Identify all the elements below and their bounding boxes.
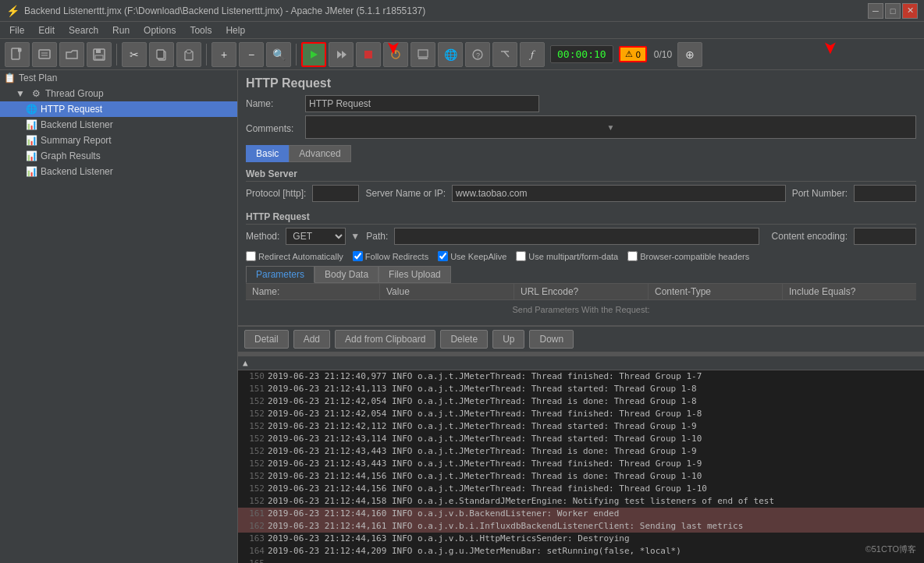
clear-button[interactable] (492, 42, 517, 67)
tree-item-backendlistener2[interactable]: 📊 Backend Listener (0, 164, 237, 179)
log-line-num: 152 (241, 495, 265, 508)
col-name: Name: (246, 284, 380, 299)
down-button[interactable]: Down (529, 330, 574, 349)
shutdown-button[interactable] (383, 42, 408, 67)
log-line-num: 152 (241, 445, 265, 458)
cb-multipart-label: Use multipart/form-data (528, 252, 618, 261)
menu-run[interactable]: Run (106, 23, 136, 37)
add-param-button[interactable]: Add (293, 330, 330, 349)
cb-keepalive[interactable]: Use KeepAlive (438, 251, 506, 261)
detail-button[interactable]: Detail (244, 330, 289, 349)
server-input[interactable] (452, 185, 786, 202)
cb-redirect-input[interactable] (246, 251, 256, 261)
log-line-text: 2019-06-23 21:12:44,156 INFO o.a.j.t.JMe… (268, 470, 702, 483)
send-params-label: Send Parameters With the Request: (246, 300, 916, 319)
log-line: 1642019-06-23 21:12:44,209 INFO o.a.j.g.… (238, 545, 924, 558)
delete-button[interactable]: Delete (440, 330, 488, 349)
add-clipboard-button[interactable]: Add from Clipboard (335, 330, 435, 349)
tree-item-threadgroup[interactable]: ▼ ⚙ Thread Group (0, 86, 237, 101)
toggle-log-button[interactable] (410, 42, 435, 67)
log-line-num: 152 (241, 408, 265, 420)
content-enc-label: Content encoding: (772, 231, 848, 242)
templates-button[interactable] (32, 42, 57, 67)
function-helper-button[interactable]: 𝑓 (520, 42, 545, 67)
log-header: ▲ (238, 356, 924, 370)
cb-multipart[interactable]: Use multipart/form-data (516, 251, 618, 261)
svg-rect-14 (364, 51, 372, 58)
log-line: 1522019-06-23 21:12:42,054 INFO o.a.j.t.… (238, 395, 924, 408)
name-input[interactable] (305, 95, 539, 112)
svg-marker-11 (311, 51, 318, 58)
title-bar-controls: ─ □ ✕ (868, 3, 918, 19)
browse-button[interactable]: 🔍 (266, 42, 291, 67)
path-input[interactable] (394, 228, 759, 245)
param-table: Name: Value URL Encode? Content-Type Inc… (246, 284, 916, 319)
paste-button[interactable] (176, 42, 201, 67)
content-enc-input[interactable] (854, 228, 916, 245)
request-config-area: HTTP Request Name: Comments: ▼ Basic Adv (238, 70, 924, 326)
start-button[interactable] (301, 42, 326, 67)
http-request-section: HTTP Request Method: GET POST PUT DELETE… (246, 207, 916, 248)
cb-keepalive-input[interactable] (438, 251, 448, 261)
menu-help[interactable]: Help (219, 23, 251, 37)
copy-button[interactable] (149, 42, 174, 67)
menu-file[interactable]: File (3, 23, 30, 37)
log-line: 1522019-06-23 21:12:42,054 INFO o.a.j.t.… (238, 408, 924, 420)
tree-item-summaryreport[interactable]: 📊 Summary Report (0, 133, 237, 148)
maximize-button[interactable]: □ (885, 3, 901, 19)
param-tab-bodydata[interactable]: Body Data (315, 266, 378, 283)
tree-label-summaryreport: Summary Report (41, 135, 112, 146)
new-button[interactable] (5, 42, 30, 67)
tab-advanced[interactable]: Advanced (289, 145, 350, 162)
help-button[interactable]: ? (465, 42, 490, 67)
log-line: 1522019-06-23 21:12:44,156 INFO o.a.j.t.… (238, 483, 924, 495)
remote-start-button[interactable]: 🌐 (438, 42, 463, 67)
cb-redirect[interactable]: Redirect Automatically (246, 251, 343, 261)
param-tab-parameters[interactable]: Parameters (246, 266, 315, 283)
cb-browser-compat-input[interactable] (627, 251, 638, 261)
save-button[interactable] (87, 42, 112, 67)
cb-keepalive-label: Use KeepAlive (450, 252, 506, 261)
tree-item-graphresults[interactable]: 📊 Graph Results (0, 148, 237, 164)
toolbar: ✂ + − 🔍 (0, 39, 924, 70)
cb-follow-input[interactable] (353, 251, 363, 261)
cb-multipart-input[interactable] (516, 251, 526, 261)
param-tab-filesupload[interactable]: Files Upload (378, 266, 451, 283)
log-line-text: 2019-06-23 21:12:44,158 INFO o.a.j.e.Sta… (268, 495, 774, 508)
log-line-text: 2019-06-23 21:12:44,156 INFO o.a.j.t.JMe… (268, 483, 707, 495)
tree-item-httprequest[interactable]: 🌐 HTTP Request (0, 101, 237, 117)
menu-tools[interactable]: Tools (183, 23, 218, 37)
start-nopause-button[interactable] (329, 42, 354, 67)
cb-redirect-label: Redirect Automatically (258, 252, 343, 261)
close-button[interactable]: ✕ (902, 3, 918, 19)
method-label: Method: (246, 231, 279, 242)
remove-button[interactable]: − (239, 42, 264, 67)
tree-item-backendlistener1[interactable]: 📊 Backend Listener (0, 117, 237, 133)
minimize-button[interactable]: ─ (868, 3, 883, 19)
config-tabs: Basic Advanced (246, 145, 916, 162)
open-button[interactable] (59, 42, 84, 67)
tab-basic[interactable]: Basic (246, 145, 289, 162)
cb-browser-compat[interactable]: Browser-compatible headers (627, 251, 749, 261)
tree-item-testplan[interactable]: 📋 Test Plan (0, 70, 237, 86)
method-select[interactable]: GET POST PUT DELETE (286, 228, 346, 245)
up-button[interactable]: Up (492, 330, 524, 349)
stop-button[interactable] (356, 42, 381, 67)
tree-label-httprequest: HTTP Request (41, 104, 102, 115)
log-line: 1522019-06-23 21:12:44,156 INFO o.a.j.t.… (238, 470, 924, 483)
param-tabs: Parameters Body Data Files Upload (246, 266, 916, 284)
log-line: 1632019-06-23 21:12:44,163 INFO o.a.j.v.… (238, 533, 924, 545)
menu-options[interactable]: Options (137, 23, 182, 37)
cb-follow[interactable]: Follow Redirects (353, 251, 428, 261)
port-input[interactable] (854, 185, 916, 202)
warning-icon: ⚠ (625, 49, 633, 59)
add-button[interactable]: + (211, 42, 236, 67)
menu-search[interactable]: Search (62, 23, 105, 37)
protocol-input[interactable] (312, 185, 359, 202)
menu-edit[interactable]: Edit (32, 23, 61, 37)
cut-button[interactable]: ✂ (122, 42, 147, 67)
menu-bar: File Edit Search Run Options Tools Help (0, 22, 924, 39)
remote-icon-button[interactable]: ⊕ (677, 42, 702, 67)
summaryreport-icon: 📊 (25, 134, 37, 147)
comments-area: ▼ (305, 115, 916, 139)
